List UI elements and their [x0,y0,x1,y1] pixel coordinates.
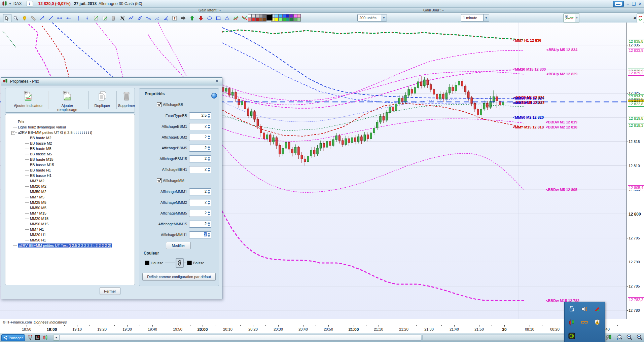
spinner-value[interactable]: 2 [205,167,207,171]
property-spinner[interactable]: 2.5 [189,112,211,119]
tree-item[interactable]: BB basse M15 [30,162,54,167]
price-axis[interactable]: 12 83512 82512 81512 81012 80512 80012 7… [627,23,644,319]
tree-item[interactable]: BB haute M15 [30,157,53,162]
tree-item[interactable]: BB haute M5 [30,146,51,151]
tree-item[interactable]: MM7 M5 [30,195,44,200]
rectangle-tool-button[interactable] [214,14,223,22]
tree-item[interactable]: MM50 M2 [30,189,46,194]
arrow-right-tool-button[interactable] [179,14,188,22]
nvidia-icon[interactable] [568,332,575,340]
property-spinner[interactable]: 2 [189,199,211,206]
link-colors-button[interactable] [176,258,184,268]
collapse-left-icon[interactable]: ◀ [633,16,636,20]
spinner-value[interactable]: 2 [205,124,207,128]
indicator-tree[interactable]: PrixLigne horiz dynamique valeura2RV BB+… [5,114,135,285]
color-swatch[interactable] [293,18,297,22]
add-fill-button[interactable]: Ajouter remplissage [52,90,82,110]
tree-item[interactable]: MM50 M5 [30,205,46,211]
spinner-value[interactable]: 2 [205,156,207,160]
delete-button[interactable]: Supprimer [111,90,142,110]
new-chart-button[interactable] [563,13,575,23]
tree-item[interactable]: BB basse M5 [30,152,52,157]
property-spinner[interactable]: 2 [189,221,211,228]
tree-item[interactable]: MM7 M2 [30,179,44,184]
units-select[interactable]: 200 unités ▼ [357,14,387,22]
usb-icon[interactable] [568,305,575,313]
property-spinner[interactable]: 2 [189,155,211,162]
volume-icon[interactable] [581,305,588,313]
tree-item[interactable]: BB basse M2 [30,141,52,146]
spinner-arrows-icon[interactable] [207,211,211,216]
extended-line-tool-button[interactable] [55,14,64,22]
color-swatch[interactable] [259,14,263,18]
scroll-left-button[interactable]: ◀ [53,335,59,341]
vertical-segment-tool-button[interactable] [83,14,92,22]
info-icon[interactable]: i [27,1,33,6]
color-swatch[interactable] [290,14,293,18]
zoom-out-icon[interactable] [626,334,632,341]
angle-tool-button[interactable]: a [153,14,162,22]
vertical-line-tool-button[interactable] [74,14,83,22]
spinner-arrows-icon[interactable] [207,232,211,237]
color-swatch[interactable] [282,18,286,22]
fibonacci-tool-button[interactable] [162,14,170,22]
arrow-up-tool-button[interactable] [188,14,196,22]
dialog-title-bar[interactable]: Propriétés - Prix × [1,78,222,85]
tree-item[interactable]: BB haute H1 [30,168,51,173]
chart-settings-icon[interactable] [606,334,612,341]
affichage-mm-checkbox[interactable] [157,178,162,183]
property-spinner[interactable]: 2 [189,123,211,130]
color-swatch[interactable] [263,14,266,18]
pattern-up-tool-button[interactable] [231,14,240,22]
color-swatch[interactable] [282,14,286,18]
candles-tray-icon[interactable] [568,319,575,326]
add-indicator-button[interactable]: Ajouter indicateur [13,90,43,110]
set-default-button[interactable]: Définir comme configuration par défaut [142,273,216,281]
color-swatch[interactable] [255,18,259,22]
instrument-dropdown-icon[interactable]: ▼ [9,2,11,5]
restore-button[interactable]: ❏ [632,1,636,6]
indicator-add-tool-button[interactable] [92,14,100,22]
parallel-lines-tool-button[interactable] [135,14,144,22]
tree-item[interactable]: BB basse H1 [30,173,51,178]
spinner-arrows-icon[interactable] [207,113,211,118]
spinner-value[interactable]: 2 [205,200,207,204]
tree-item[interactable]: MM25 M5 [30,200,46,205]
segment-plus-tool-button[interactable] [38,14,46,22]
keyboard-icon[interactable] [613,1,624,7]
minimize-button[interactable]: – [627,1,629,6]
tree-item[interactable]: Ligne horiz dynamique valeur [18,125,66,130]
tools-tool-button[interactable] [118,14,127,22]
instrument-name[interactable]: DAX [13,1,22,6]
magnet-icon[interactable] [27,334,33,341]
half-line-tool-button[interactable] [64,14,73,22]
spinner-value[interactable]: 2 [205,189,207,193]
tree-item[interactable]: MM7 H1 [30,227,44,232]
zoom-in-icon[interactable] [636,334,642,341]
color-swatch[interactable] [255,14,259,18]
zigzag-tool-button[interactable] [127,14,135,22]
spinner-arrows-icon[interactable] [207,189,211,194]
spinner-value[interactable]: 2 [205,211,207,215]
spinner-arrows-icon[interactable] [207,200,211,205]
color-swatch[interactable] [248,18,252,22]
color-swatch[interactable] [290,18,293,22]
affichage-bb-checkbox[interactable] [157,102,162,107]
current-color-swatch[interactable] [266,14,273,21]
zoom-tool-button[interactable] [11,14,20,22]
spinner-value[interactable]: 2.5 [202,113,207,117]
spinner-value[interactable]: 2 [205,135,207,139]
spinner-value[interactable]: 2 [204,232,207,236]
refresh-button[interactable] [637,13,644,23]
color-swatch[interactable] [286,18,290,22]
tree-item[interactable]: MM50 M15 [30,222,48,227]
color-swatch[interactable] [252,14,255,18]
timeframe-select[interactable]: 1 minute ▼ [461,14,489,22]
tree-item[interactable]: MM50 H1 [30,238,46,243]
spinner-value[interactable]: 2 [205,222,207,226]
ruler-tool-button[interactable] [29,14,38,22]
text-tool-button[interactable]: T [170,14,179,22]
close-dialog-button[interactable]: Fermer [100,287,120,295]
color-swatch[interactable] [293,14,297,18]
property-spinner[interactable]: 2 [189,145,211,152]
